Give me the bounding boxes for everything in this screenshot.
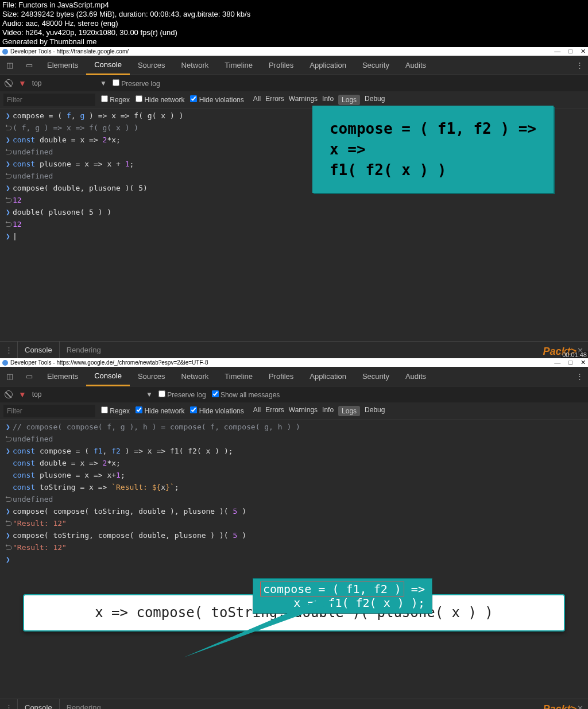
device-icon[interactable]: ▭ [20,367,39,386]
close-icon[interactable]: ✕ [581,359,586,366]
minimize-icon[interactable]: — [554,359,560,366]
level-logs[interactable]: Logs [338,95,360,105]
console-row: ❯compose( toString, compose( double, plu… [0,529,588,541]
tab-network[interactable]: Network [173,367,217,386]
console-toolbar: ▼ top▼ Preserve log [0,75,588,91]
devtools-frame-1: Developer Tools - https://www.google.de/… [0,358,588,709]
device-icon[interactable]: ▭ [20,56,39,75]
maximize-icon[interactable]: □ [568,359,572,366]
hide-violations-checkbox[interactable]: Hide violations [190,406,243,415]
close-icon[interactable]: ✕ [581,48,586,55]
hide-network-checkbox[interactable]: Hide network [136,95,184,104]
regex-checkbox[interactable]: Regex [101,406,130,415]
minimize-icon[interactable]: — [554,48,560,55]
brand-watermark: Packt> [543,703,577,709]
hide-network-checkbox[interactable]: Hide network [136,406,184,415]
tab-application[interactable]: Application [301,56,354,75]
drawer-more-icon[interactable]: ⋮ [0,703,17,709]
inspect-icon[interactable]: ◫ [0,56,20,75]
tab-application[interactable]: Application [301,367,354,386]
console-row: ⮌undefined [0,433,588,445]
drawer-more-icon[interactable]: ⋮ [0,346,17,354]
level-all[interactable]: All [253,406,261,416]
console-row: const toString = x => `Result: ${x}`; [0,481,588,493]
meta-audio: Audio: aac, 48000 Hz, stereo (eng) [2,19,586,28]
code-callout: compose = ( f1, f2 ) => x => f1( f2( x )… [253,578,432,614]
tab-security[interactable]: Security [354,367,397,386]
console-output[interactable]: ❯compose = ( f, g ) => x => f( g( x ) )⮌… [0,109,588,341]
window-title: Developer Tools - https://translate.goog… [10,48,129,55]
context-dropdown[interactable]: top▼ [32,390,153,398]
tab-audits[interactable]: Audits [397,56,434,75]
level-warnings[interactable]: Warnings [289,95,318,105]
metadata-header: File: Functors in JavaScript.mp4 Size: 2… [0,0,588,47]
console-row: ⮌12 [0,194,588,206]
regex-checkbox[interactable]: Regex [101,95,130,104]
more-icon[interactable]: ⋮ [571,372,588,381]
devtools-frame-0: Developer Tools - https://translate.goog… [0,47,588,358]
level-all[interactable]: All [253,95,261,105]
more-icon[interactable]: ⋮ [571,61,588,69]
tab-sources[interactable]: Sources [130,367,173,386]
preserve-log-checkbox[interactable]: Preserve log [158,390,206,399]
tab-security[interactable]: Security [354,56,397,75]
tab-network[interactable]: Network [173,56,217,75]
level-logs[interactable]: Logs [338,406,360,416]
clear-icon[interactable] [5,390,13,398]
filter-input[interactable] [3,405,95,417]
close-drawer-icon[interactable]: ✕ [577,704,583,709]
meta-gen: Generated by Thumbnail me [2,37,586,47]
level-debug[interactable]: Debug [365,406,385,416]
window-titlebar: Developer Tools - https://translate.goog… [0,47,588,56]
console-row: const plusone = x => x+1; [0,469,588,481]
drawer-tab-rendering[interactable]: Rendering [60,346,108,354]
console-row: ❯double( plusone( 5 ) ) [0,206,588,218]
level-debug[interactable]: Debug [365,95,385,105]
console-row: ❯const compose = ( f1, f2 ) => x => f1( … [0,445,588,457]
drawer-tab-rendering[interactable]: Rendering [60,703,108,709]
maximize-icon[interactable]: □ [568,48,572,55]
console-row: ⮌undefined [0,493,588,505]
tab-sources[interactable]: Sources [130,56,173,75]
filter-icon[interactable]: ▼ [18,79,26,88]
inspect-icon[interactable]: ◫ [0,367,20,386]
console-row: ❯| [0,230,588,242]
level-errors[interactable]: Errors [265,95,284,105]
tab-profiles[interactable]: Profiles [261,56,301,75]
drawer-tabs: ⋮ Console Rendering Packt> ✕ [0,699,588,709]
drawer-tab-console[interactable]: Console [17,342,60,359]
tab-console[interactable]: Console [86,367,130,386]
tab-timeline[interactable]: Timeline [216,367,261,386]
console-row: ❯compose( compose( toString, double ), p… [0,505,588,517]
window-titlebar: Developer Tools - https://www.google.de/… [0,358,588,367]
console-row: ❯// compose( compose( f, g ), h ) = comp… [0,421,588,433]
tab-profiles[interactable]: Profiles [261,367,301,386]
console-row: ⮌12 [0,218,588,230]
tab-elements[interactable]: Elements [39,56,86,75]
console-output[interactable]: ❯// compose( compose( f, g ), h ) = comp… [0,420,588,699]
console-row: ❯ [0,553,588,565]
level-info[interactable]: Info [322,95,334,105]
drawer-tab-console[interactable]: Console [17,699,60,710]
level-warnings[interactable]: Warnings [289,406,318,416]
tab-elements[interactable]: Elements [39,367,86,386]
hide-violations-checkbox[interactable]: Hide violations [190,95,243,104]
clear-icon[interactable] [5,79,13,87]
drawer-tabs: ⋮ Console Rendering Packt> ✕ [0,341,588,358]
devtools-tabbar: ◫ ▭ ElementsConsoleSourcesNetworkTimelin… [0,367,588,386]
level-info[interactable]: Info [322,406,334,416]
tab-audits[interactable]: Audits [397,367,434,386]
meta-video: Video: h264, yuv420p, 1920x1080, 30.00 f… [2,28,586,37]
context-dropdown[interactable]: top▼ [32,79,107,87]
preserve-log-checkbox[interactable]: Preserve log [113,79,160,88]
tab-timeline[interactable]: Timeline [216,56,261,75]
level-errors[interactable]: Errors [265,406,284,416]
filter-icon[interactable]: ▼ [18,390,26,399]
filter-input[interactable] [3,94,95,106]
timestamp: 00:01:48 [561,351,588,358]
console-toolbar: ▼ top▼ Preserve log Show all messages [0,386,588,402]
tab-console[interactable]: Console [86,56,130,75]
show-all-messages-checkbox[interactable]: Show all messages [212,390,280,399]
meta-file: File: Functors in JavaScript.mp4 [2,1,586,10]
console-row: ⮌"Result: 12" [0,517,588,529]
